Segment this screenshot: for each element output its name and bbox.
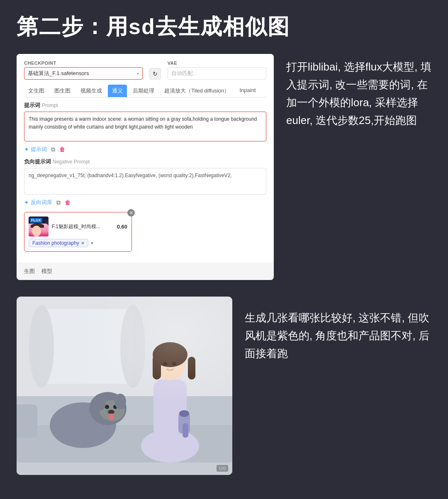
checkpoint-value: 基础算法_F.1.safetensors [28,70,134,77]
tab-text2img[interactable]: 文生图 [24,85,49,97]
negative-prompt-label: 负向提示词 [24,158,51,166]
top-section: CHECKPOINT 基础算法_F.1.safetensors ▾ ↻ VAE … [17,54,431,280]
bottom-description-text: 生成几张看哪张比较好, 这张不错, 但吹风机是紫色的, 角度也和产品图不对, 后… [245,297,431,363]
lora-strength-value: 0.60 [117,224,127,230]
negative-prompt-sublabel: Negative Prompt [53,159,90,165]
checkpoint-vae-row: CHECKPOINT 基础算法_F.1.safetensors ▾ ↻ VAE … [24,61,266,80]
tab-img2img[interactable]: 图生图 [50,85,75,97]
lora-card: ✕ FLUX [24,212,132,252]
remove-tag-icon[interactable]: ✕ [81,241,85,246]
negative-enhance-label: 反向词库 [31,199,52,206]
vae-select[interactable]: 自动匹配 [168,67,266,80]
chevron-down-icon: ▾ [137,71,139,76]
mode-tabs: 文生图 图生图 视频生成 通义 后期处理 超清放大（Tiled diffusio… [24,85,266,97]
tab-inpaint[interactable]: Inpaint [236,85,260,97]
prompt-text: This image presents a warm indoor scene:… [29,116,257,130]
svg-rect-30 [17,297,232,475]
lora-thumbnail: FLUX [29,217,49,236]
negative-textarea[interactable]: ng_deepnegative_v1_75t, (badhandv4:1.2),… [24,168,266,195]
bottom-tabs-row: 生图 模型 [17,263,274,280]
top-description-text: 打开liblibai, 选择flux大模型, 填入提示词, 改一些需要的词, 在… [286,54,431,129]
lora-tag-row: Fashion photography ✕ ▾ [29,239,127,247]
vae-value: 自动匹配 [171,70,263,77]
checkpoint-group: CHECKPOINT 基础算法_F.1.safetensors ▾ [24,61,143,80]
generated-image-svg [17,297,232,475]
prompt-textarea[interactable]: This image presents a warm indoor scene:… [24,112,266,141]
lora-close-button[interactable]: ✕ [127,209,135,217]
lora-flux-badge: FLUX [30,218,42,223]
lora-name: F.1魅影超模_时尚模... [52,223,114,230]
delete-negative-icon[interactable]: 🗑 [65,199,71,206]
copy-prompt-icon[interactable]: ⧉ [51,146,55,153]
enhance-icon: ✦ [24,146,29,153]
checkpoint-select[interactable]: 基础算法_F.1.safetensors ▾ [24,67,143,80]
negative-enhance-icon: ✦ [24,199,29,206]
generated-image-container: 100 [17,297,232,475]
negative-text: ng_deepnegative_v1_75t, (badhandv4:1.2),… [29,173,232,178]
bottom-description: 生成几张看哪张比较好, 这张不错, 但吹风机是紫色的, 角度也和产品图不对, 后… [245,309,431,363]
prompt-actions: ✦ 提示词 ⧉ 🗑 [24,146,266,153]
tab-model[interactable]: 模型 [41,267,52,276]
negative-actions: ✦ 反向词库 ⧉ 🗑 [24,199,266,206]
negative-enhance-button[interactable]: ✦ 反向词库 [24,199,52,206]
tab-postprocess[interactable]: 后期处理 [129,85,158,97]
top-description: 打开liblibai, 选择flux大模型, 填入提示词, 改一些需要的词, 在… [286,58,431,129]
prompt-label: 提示词 [24,102,40,109]
refresh-icon[interactable]: ↻ [149,68,161,80]
page-container: 第二步：用sd去生成相似图 CHECKPOINT 基础算法_F.1.safete… [0,0,448,499]
vae-group: VAE 自动匹配 [168,61,266,80]
bottom-section: 100 生成几张看哪张比较好, 这张不错, 但吹风机是紫色的, 角度也和产品图不… [17,297,431,475]
prompt-label-row: 提示词 Prompt [24,102,266,109]
sd-interface-panel: CHECKPOINT 基础算法_F.1.safetensors ▾ ↻ VAE … [17,54,274,280]
lora-tag-fashion[interactable]: Fashion photography ✕ [29,239,88,247]
copy-negative-icon[interactable]: ⧉ [56,199,61,206]
delete-prompt-icon[interactable]: 🗑 [59,146,65,153]
enhance-label: 提示词 [31,146,47,153]
tab-tongyi[interactable]: 通义 [108,85,127,97]
tab-generate[interactable]: 生图 [24,267,35,276]
tab-upscale[interactable]: 超清放大（Tiled diffusion） [160,85,234,97]
lora-top-row: FLUX F.1魅影超模_时尚模... 0.60 [29,217,127,236]
prompt-enhance-button[interactable]: ✦ 提示词 [24,146,47,153]
prompt-sublabel: Prompt [42,102,58,108]
tab-video[interactable]: 视频生成 [76,85,106,97]
watermark: 100 [217,465,228,472]
sd-inner-content: CHECKPOINT 基础算法_F.1.safetensors ▾ ↻ VAE … [17,54,274,263]
page-title: 第二步：用sd去生成相似图 [17,12,431,41]
checkpoint-label: CHECKPOINT [24,61,143,66]
negative-label-row: 负向提示词 Negative Prompt [24,158,266,166]
vae-label: VAE [168,61,266,66]
tag-dropdown-icon[interactable]: ▾ [91,240,93,246]
lora-tag-text: Fashion photography [32,240,79,246]
